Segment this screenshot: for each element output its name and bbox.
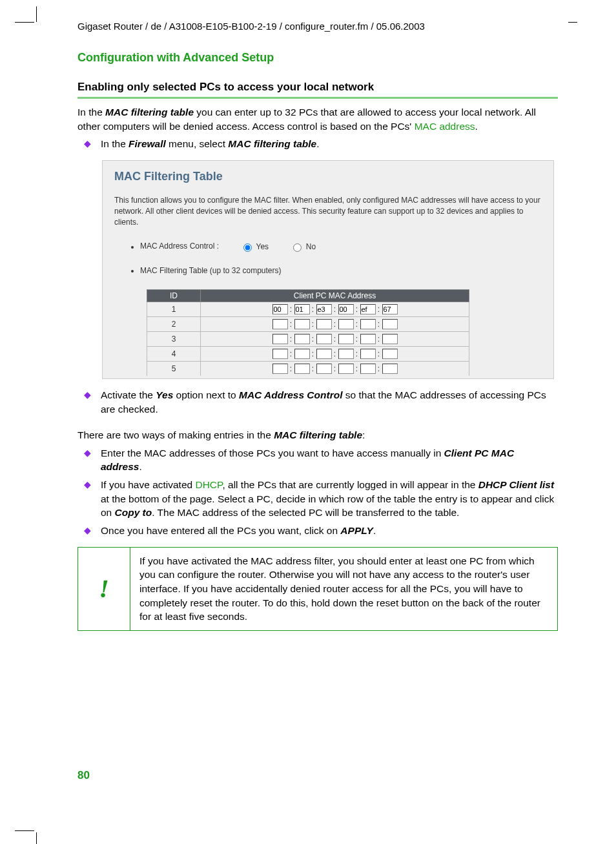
th-id: ID [147,290,201,302]
radio-yes-wrap: Yes [240,242,271,251]
term-mac-filtering-table: MAC filtering table [274,429,362,440]
mac-octet-input[interactable] [316,349,332,359]
term-mac-address: MAC address [415,121,475,132]
mac-octet-input[interactable] [360,349,376,359]
text: . [373,525,376,536]
term-firewall: Firewall [128,138,166,149]
term-mac-filtering-table: MAC filtering table [228,138,316,149]
cell-mac: ::::: [201,302,469,317]
section-title: Configuration with Advanced Setup [77,51,558,65]
mac-octet-input[interactable] [382,304,398,314]
list-item: If you have activated DHCP, all the PCs … [101,478,558,520]
mac-octet-input[interactable] [294,364,310,374]
warning-box: ! If you have activated the MAC address … [77,547,558,631]
text: . [316,138,319,149]
cell-id: 2 [147,317,201,332]
mac-octet-input[interactable] [382,319,398,329]
table-row: 3 ::::: [147,332,469,347]
crop-mark [36,832,37,844]
mac-octet-input[interactable] [338,334,354,344]
warning-text: If you have activated the MAC address fi… [130,548,557,630]
mac-octet-input[interactable] [294,304,310,314]
subsection-title: Enabling only selected PCs to access you… [77,81,558,94]
text: In the [101,138,128,149]
text: If you have activated [101,479,195,490]
list-item: In the Firewall menu, select MAC filteri… [101,137,558,151]
cell-id: 3 [147,332,201,347]
screenshot-mac-filtering: MAC Filtering Table This function allows… [102,160,554,379]
cell-id: 1 [147,302,201,317]
mac-octet-input[interactable] [360,304,376,314]
mac-octet-input[interactable] [316,364,332,374]
table-row: 4 ::::: [147,347,469,362]
mac-octet-input[interactable] [360,319,376,329]
text: . [139,461,141,472]
table-row: 2 ::::: [147,317,469,332]
text: . The MAC address of the selected PC wil… [152,507,459,518]
mac-octet-input[interactable] [338,319,354,329]
mac-octet-input[interactable] [272,364,288,374]
crop-mark [15,22,34,23]
term-mac-filtering-table: MAC filtering table [105,107,194,118]
mac-octet-input[interactable] [272,319,288,329]
text: , all the PCs that are currently logged … [222,479,478,490]
cell-mac: ::::: [201,347,469,362]
mac-octet-input[interactable] [316,304,332,314]
crop-mark [36,6,37,22]
cell-mac: ::::: [201,317,469,332]
mac-octet-input[interactable] [360,364,376,374]
text: option next to [173,389,239,400]
mac-octet-input[interactable] [382,364,398,374]
mac-octet-input[interactable] [338,304,354,314]
radio-no-label: No [306,242,316,251]
term-dhcp-client-list: DHCP Client list [478,479,554,490]
text: Activate the [101,389,156,400]
mac-octet-input[interactable] [272,334,288,344]
mac-octet-input[interactable] [272,304,288,314]
mac-octet-input[interactable] [338,349,354,359]
radio-no-wrap: No [290,242,316,251]
radio-yes[interactable] [243,243,252,252]
crop-mark [568,22,577,23]
mac-octet-input[interactable] [316,319,332,329]
warning-icon: ! [78,548,130,630]
shot-title: MAC Filtering Table [114,170,542,183]
shot-description: This function allows you to configure th… [114,195,542,227]
mac-octet-input[interactable] [338,364,354,374]
radio-no[interactable] [293,243,302,252]
twoway-paragraph: There are two ways of making entries in … [77,428,558,442]
document-page: Gigaset Router / de / A31008-E105-B100-2… [0,0,616,844]
page-number: 80 [77,769,90,782]
text: menu, select [166,138,229,149]
radio-yes-label: Yes [256,242,269,251]
mac-octet-input[interactable] [360,334,376,344]
mac-octet-input[interactable] [382,349,398,359]
intro-paragraph: In the MAC filtering table you can enter… [77,105,558,133]
text: In the [77,107,105,118]
mac-octet-input[interactable] [294,319,310,329]
mac-octet-input[interactable] [382,334,398,344]
mac-octet-input[interactable] [294,334,310,344]
table-row: 5 ::::: [147,362,469,376]
term-mac-address-control: MAC Address Control [239,389,342,400]
term-copy-to: Copy to [115,507,152,518]
text: There are two ways of making entries in … [77,429,274,440]
text: . [475,121,478,132]
text: Once you have entered all the PCs you wa… [101,525,340,536]
mac-octet-input[interactable] [316,334,332,344]
text: Enter the MAC addresses of those PCs you… [101,448,444,458]
crop-mark [15,830,34,831]
text: : [362,429,365,440]
term-yes: Yes [156,389,173,400]
header-path: Gigaset Router / de / A31008-E105-B100-2… [77,21,558,32]
th-mac: Client PC MAC Address [201,290,469,302]
term-apply: APPLY [340,525,373,536]
term-dhcp: DHCP [195,479,222,490]
subsection-rule [77,97,558,99]
cell-mac: ::::: [201,362,469,376]
mac-octet-input[interactable] [294,349,310,359]
cell-mac: ::::: [201,332,469,347]
shot-mac-control-row: MAC Address Control : Yes No [140,242,542,252]
mac-octet-input[interactable] [272,349,288,359]
list-item: Once you have entered all the PCs you wa… [101,524,558,538]
